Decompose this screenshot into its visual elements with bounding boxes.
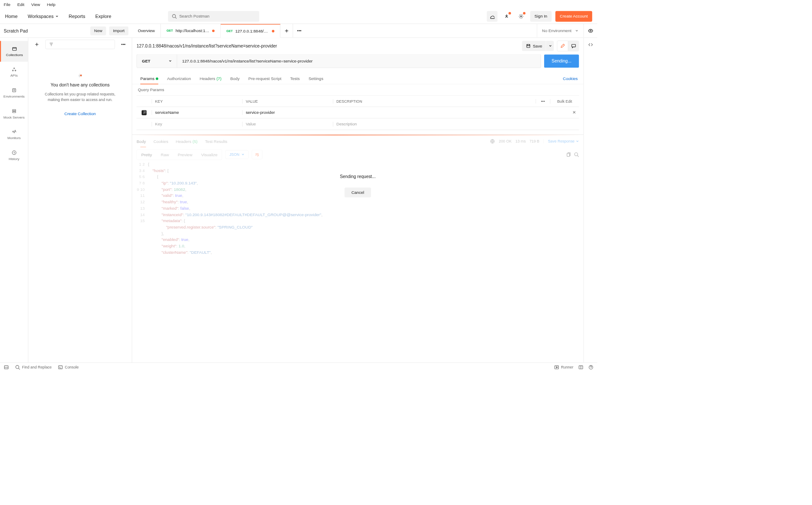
svg-point-5 (12, 70, 13, 71)
cancel-button[interactable]: Cancel (344, 187, 371, 197)
import-button[interactable]: Import (109, 26, 128, 35)
unsaved-indicator (212, 30, 215, 32)
environment-selector[interactable]: No Environment (537, 24, 584, 38)
new-tab-button[interactable] (280, 24, 293, 38)
delete-param[interactable]: ✕ (569, 110, 579, 115)
tab-body[interactable]: Body (226, 73, 243, 84)
new-button[interactable]: New (90, 26, 106, 35)
find-replace[interactable]: Find and Replace (15, 365, 51, 370)
left-rail: Collections APIs Environments Mock Serve… (0, 38, 28, 362)
param-value-input[interactable]: service-provider (242, 110, 333, 115)
save-label: Save (533, 44, 542, 48)
sidebar-options[interactable]: ••• (118, 39, 129, 50)
environment-label: No Environment (542, 28, 572, 33)
api-icon (12, 67, 17, 72)
comment-mode[interactable] (568, 41, 579, 51)
nav-home[interactable]: Home (5, 14, 18, 19)
nav-explore[interactable]: Explore (95, 14, 111, 19)
tab-options-button[interactable]: ••• (293, 24, 305, 38)
create-collection-link[interactable]: Create Collection (65, 111, 96, 116)
tab-method: GET (166, 29, 173, 33)
menu-edit[interactable]: Edit (17, 2, 24, 7)
tab-headers-label: Headers (200, 76, 215, 81)
chevron-down-icon (56, 15, 59, 18)
save-dropdown[interactable] (546, 41, 554, 51)
rail-history[interactable]: History (0, 145, 28, 166)
console[interactable]: Console (58, 365, 79, 370)
sync-button[interactable] (487, 11, 498, 21)
search-icon (172, 14, 177, 19)
params-indicator (156, 77, 158, 80)
sidebar-add-button[interactable] (32, 39, 42, 50)
params-table: KEY VALUE DESCRIPTION ••• Bulk Edit ✓ se… (136, 95, 579, 130)
signin-button[interactable]: Sign In (530, 11, 551, 21)
tab-authorization[interactable]: Authorization (163, 73, 195, 84)
menu-file[interactable]: File (4, 2, 10, 7)
code-icon[interactable] (588, 42, 593, 48)
url-input[interactable]: 127.0.0.1:8848/nacos/v1/ns/instance/list… (177, 54, 540, 68)
svg-rect-17 (572, 45, 575, 47)
svg-point-11 (79, 74, 80, 74)
satellite-icon (504, 14, 509, 19)
panel-icon[interactable] (4, 365, 9, 370)
param-value-new[interactable]: Value (242, 122, 333, 126)
save-button[interactable]: Save (522, 41, 546, 51)
row-settings-icon[interactable] (142, 110, 148, 116)
rail-mocks[interactable]: Mock Servers (0, 103, 28, 124)
svg-rect-8 (12, 110, 15, 111)
chevron-down-icon (575, 29, 578, 32)
menu-view[interactable]: View (31, 2, 40, 7)
capture-button[interactable] (501, 11, 512, 21)
search-input[interactable]: Search Postman (168, 11, 259, 21)
layout-icon[interactable] (578, 365, 584, 370)
nav-workspaces[interactable]: Workspaces (28, 14, 59, 19)
param-key-input[interactable]: serviceName (152, 110, 243, 115)
menu-help[interactable]: Help (47, 2, 56, 7)
send-button[interactable]: Sending... (544, 54, 579, 68)
help-icon[interactable] (588, 365, 593, 370)
sidebar-filter-input[interactable] (45, 40, 115, 49)
svg-point-12 (78, 75, 80, 77)
col-options[interactable]: ••• (536, 99, 550, 103)
cookies-link[interactable]: Cookies (563, 76, 579, 81)
param-desc-new[interactable]: Description (333, 122, 536, 126)
more-icon: ••• (121, 42, 125, 47)
tab-settings[interactable]: Settings (305, 73, 327, 84)
svg-rect-9 (12, 111, 15, 113)
rail-collections[interactable]: Collections (0, 41, 28, 62)
create-account-button[interactable]: Create Account (555, 11, 592, 21)
sidebar: ••• You don't have any collections Colle… (28, 38, 132, 362)
query-params-title: Query Params (132, 84, 584, 95)
rail-apis[interactable]: APIs (0, 62, 28, 83)
param-key-new[interactable]: Key (152, 122, 243, 126)
method-selector[interactable]: GET (137, 54, 177, 68)
unsaved-indicator (272, 30, 275, 33)
runner[interactable]: Runner (554, 365, 573, 370)
workspace-title: Scratch Pad (4, 28, 28, 33)
console-icon (58, 365, 63, 370)
plus-icon (284, 28, 289, 33)
environment-quicklook[interactable] (584, 24, 597, 38)
tab-request-2[interactable]: GET 127.0.0.1:8848/nac... (221, 24, 281, 38)
tab-params[interactable]: Params (136, 73, 162, 84)
comment-icon (571, 43, 576, 48)
rail-label: History (9, 157, 19, 160)
edit-mode[interactable] (557, 41, 568, 51)
folder-icon (12, 46, 17, 51)
svg-rect-7 (12, 89, 15, 92)
bulk-edit[interactable]: Bulk Edit (550, 99, 579, 103)
tab-overview[interactable]: Overview (132, 24, 161, 38)
tab-headers[interactable]: Headers (7) (196, 73, 225, 84)
settings-button[interactable] (516, 11, 526, 21)
svg-point-6 (15, 70, 16, 71)
history-icon (12, 150, 17, 155)
tab-request-1[interactable]: GET http://localhost:18... (161, 24, 221, 38)
runner-label: Runner (561, 365, 573, 369)
chevron-down-icon (169, 59, 172, 62)
rail-environments[interactable]: Environments (0, 83, 28, 104)
nav-reports[interactable]: Reports (69, 14, 86, 19)
tab-tests[interactable]: Tests (286, 73, 303, 84)
tab-prerequest[interactable]: Pre-request Script (245, 73, 285, 84)
tab-overview-label: Overview (138, 28, 155, 33)
rail-monitors[interactable]: Monitors (0, 124, 28, 145)
